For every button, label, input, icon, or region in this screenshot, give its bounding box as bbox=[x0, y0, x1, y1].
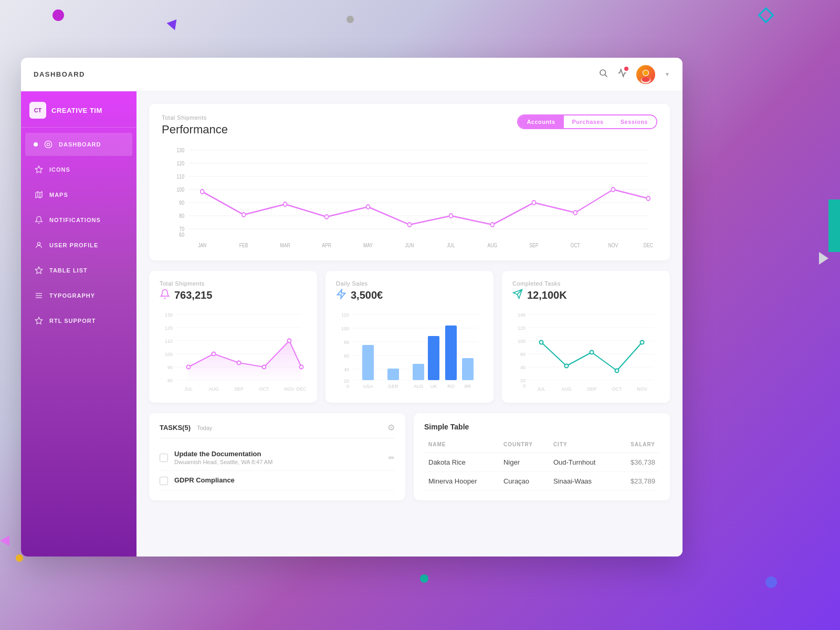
svg-text:20: 20 bbox=[344, 379, 349, 384]
task-checkbox-1[interactable] bbox=[160, 477, 168, 485]
bg-decoration-triangle-bottom bbox=[0, 536, 9, 546]
performance-title-group: Total Shipments Performance bbox=[162, 114, 228, 136]
card-completed-tasks: Completed Tasks 12,100K bbox=[502, 271, 670, 403]
svg-point-75 bbox=[237, 361, 241, 365]
card-total-shipments-chart: 130 120 110 100 90 80 JUL AUG SEP OCT NO… bbox=[160, 309, 307, 393]
sidebar-item-notifications[interactable]: NOTIFICATIONS bbox=[25, 208, 132, 232]
notifications-icon bbox=[34, 215, 44, 225]
card-total-shipments-value: 763,215 bbox=[174, 289, 212, 301]
svg-point-45 bbox=[325, 215, 329, 219]
svg-line-1 bbox=[605, 75, 607, 77]
svg-text:FEB: FEB bbox=[239, 243, 248, 248]
sidebar-item-maps[interactable]: MAPS bbox=[25, 183, 132, 206]
sidebar-item-dashboard[interactable]: DASHBOARD bbox=[25, 133, 132, 156]
svg-text:110: 110 bbox=[165, 339, 173, 344]
svg-text:GER: GER bbox=[388, 384, 398, 389]
svg-text:40: 40 bbox=[520, 365, 526, 370]
svg-text:120: 120 bbox=[177, 161, 184, 166]
col-header-name: NAME bbox=[424, 438, 499, 453]
cell-city-1: Sinaai-Waas bbox=[549, 472, 616, 491]
sidebar-item-label-maps: MAPS bbox=[49, 192, 68, 198]
svg-text:RO: RO bbox=[447, 384, 455, 389]
top-bar-actions: ▼ bbox=[598, 65, 670, 84]
sidebar-item-user-profile[interactable]: USER PROFILE bbox=[25, 234, 132, 257]
svg-text:0: 0 bbox=[523, 383, 526, 388]
svg-text:NOV: NOV bbox=[284, 386, 295, 392]
svg-point-53 bbox=[646, 196, 650, 201]
cell-salary-1: $23,789 bbox=[616, 472, 659, 491]
card-completed-tasks-icon bbox=[512, 289, 523, 302]
sidebar-brand: CT CREATIVE TIM bbox=[21, 91, 136, 128]
sidebar-item-label-dashboard: DASHBOARD bbox=[59, 141, 101, 148]
svg-text:70: 70 bbox=[179, 226, 184, 232]
svg-text:MAR: MAR bbox=[280, 243, 290, 248]
svg-text:APR: APR bbox=[322, 243, 331, 248]
sidebar-item-label-notifications: NOTIFICATIONS bbox=[49, 217, 101, 223]
task-checkbox-0[interactable] bbox=[160, 454, 168, 462]
avatar-dropdown-icon[interactable]: ▼ bbox=[665, 71, 670, 77]
rtl-support-icon bbox=[34, 316, 44, 326]
task-item-0: Update the Documentation Dwuamish Head, … bbox=[160, 445, 395, 471]
tab-sessions[interactable]: Sessions bbox=[612, 116, 656, 128]
svg-text:OCT: OCT bbox=[612, 386, 623, 392]
search-icon[interactable] bbox=[598, 68, 608, 80]
sidebar-item-label-icons: ICONS bbox=[49, 166, 70, 173]
avatar[interactable] bbox=[636, 65, 655, 84]
svg-text:100: 100 bbox=[341, 326, 349, 331]
performance-header: Total Shipments Performance Accounts Pur… bbox=[162, 114, 657, 136]
svg-rect-97 bbox=[445, 326, 457, 380]
card-daily-sales-subtitle: Daily Sales bbox=[336, 280, 483, 287]
performance-title: Performance bbox=[162, 123, 228, 136]
tab-purchases[interactable]: Purchases bbox=[564, 116, 612, 128]
table-list-icon bbox=[34, 265, 44, 276]
svg-text:AUG: AUG bbox=[488, 243, 498, 248]
task-name-1: GDPR Compliance bbox=[174, 476, 395, 484]
card-total-shipments: Total Shipments 763,215 bbox=[149, 271, 317, 403]
svg-point-48 bbox=[449, 214, 453, 218]
svg-text:80: 80 bbox=[520, 352, 526, 357]
app-container: DASHBOARD bbox=[21, 58, 682, 556]
card-total-shipments-icon bbox=[160, 289, 170, 302]
svg-text:SEP: SEP bbox=[529, 243, 538, 248]
tasks-settings-icon[interactable]: ⚙ bbox=[387, 423, 395, 433]
sidebar-item-label-typography: TYPOGRAPHY bbox=[49, 292, 95, 299]
sidebar-item-icons[interactable]: ICONS bbox=[25, 158, 132, 181]
svg-marker-8 bbox=[36, 192, 42, 198]
table-header-row: NAME COUNTRY CITY SALARY bbox=[424, 438, 659, 453]
task-edit-icon-0[interactable]: ✏ bbox=[388, 454, 395, 462]
svg-text:80: 80 bbox=[167, 378, 173, 383]
svg-text:MAY: MAY bbox=[363, 243, 373, 248]
svg-text:SEP: SEP bbox=[234, 386, 244, 392]
sidebar-item-typography[interactable]: TYPOGRAPHY bbox=[25, 284, 132, 307]
svg-point-4 bbox=[643, 70, 648, 75]
svg-text:AUS: AUS bbox=[414, 384, 424, 389]
svg-text:80: 80 bbox=[344, 340, 349, 345]
table-title: Simple Table bbox=[424, 423, 659, 431]
dashboard-icon bbox=[43, 139, 54, 150]
svg-text:40: 40 bbox=[344, 367, 349, 372]
svg-text:AUG: AUG bbox=[208, 386, 219, 392]
sidebar-item-table-list[interactable]: TABLE LIST bbox=[25, 259, 132, 282]
svg-point-76 bbox=[262, 365, 266, 369]
svg-text:0: 0 bbox=[346, 384, 349, 389]
sidebar-item-label-rtl-support: RTL SUPPORT bbox=[49, 318, 96, 324]
svg-point-51 bbox=[573, 211, 577, 215]
svg-text:100: 100 bbox=[165, 352, 173, 357]
task-meta-0: Dwuamish Head, Seattle, WA 8:47 AM bbox=[174, 459, 388, 465]
svg-text:NOV: NOV bbox=[608, 243, 618, 248]
svg-point-5 bbox=[642, 77, 650, 81]
svg-text:JUN: JUN bbox=[405, 243, 414, 248]
sidebar-item-rtl-support[interactable]: RTL SUPPORT bbox=[25, 309, 132, 332]
svg-text:DEC: DEC bbox=[644, 243, 653, 248]
svg-marker-72 bbox=[188, 341, 301, 380]
tab-accounts[interactable]: Accounts bbox=[518, 116, 563, 128]
activity-icon[interactable] bbox=[617, 68, 627, 80]
svg-point-74 bbox=[212, 352, 216, 356]
cell-name-1: Minerva Hooper bbox=[424, 472, 499, 491]
bg-decoration-circle-teal bbox=[420, 574, 428, 583]
svg-point-118 bbox=[540, 341, 543, 344]
svg-point-52 bbox=[611, 187, 615, 192]
sidebar: CT CREATIVE TIM DASHBOARD ICONS bbox=[21, 91, 136, 556]
card-daily-sales-value: 3,500€ bbox=[351, 289, 383, 301]
cards-row: Total Shipments 763,215 bbox=[149, 271, 670, 403]
